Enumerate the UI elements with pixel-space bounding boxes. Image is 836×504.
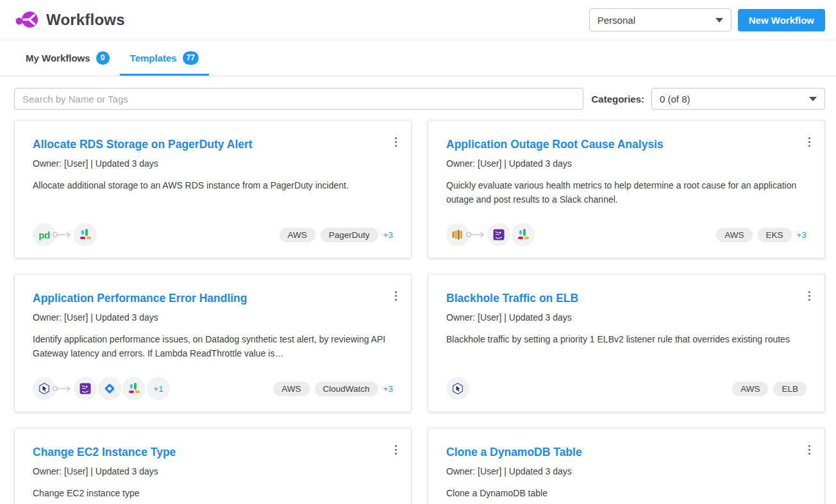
kebab-menu-icon[interactable] — [390, 285, 403, 307]
card-tags: AWSELB — [732, 382, 807, 396]
tag-chip: PagerDuty — [321, 228, 378, 242]
datadog-icon — [74, 377, 97, 400]
tag-chip: EKS — [758, 228, 792, 242]
tag-chip: AWS — [273, 382, 309, 396]
workflow-meta: Owner: [User] | Updated 3 days — [33, 466, 393, 476]
workflow-description: Allocate additional storage to an AWS RD… — [33, 178, 393, 192]
card-integrations — [446, 377, 469, 400]
card-tags: AWSCloudWatch+3 — [273, 382, 393, 396]
topbar-actions: Personal New Workflow — [589, 8, 825, 31]
new-workflow-button[interactable]: New Workflow — [738, 9, 825, 31]
workflow-description: Clone a DynamoDB table — [446, 486, 807, 500]
workflow-title-link[interactable]: Allocate RDS Storage on PagerDuty Alert — [33, 138, 393, 151]
workflow-meta: Owner: [User] | Updated 3 days — [33, 158, 393, 169]
datadog-icon — [487, 223, 510, 246]
workflow-title-link[interactable]: Change EC2 Instance Type — [33, 446, 393, 459]
flow-arrow-icon — [52, 230, 72, 239]
tag-chip: AWS — [732, 382, 768, 396]
workflow-card[interactable]: Change EC2 Instance Type Owner: [User] |… — [14, 428, 412, 504]
tab-count-badge: 0 — [96, 51, 110, 65]
slack-icon — [122, 377, 146, 400]
categories-group: Categories: 0 (of 8) — [591, 88, 825, 110]
tag-chip: CloudWatch — [315, 382, 378, 396]
search-input[interactable] — [14, 88, 583, 110]
card-tags: AWSEKS+3 — [716, 228, 807, 242]
more-tags-link[interactable]: +3 — [383, 384, 393, 394]
kebab-menu-icon[interactable] — [803, 439, 816, 460]
brand: Workflows — [14, 10, 125, 30]
card-footer: AWSEKS+3 — [446, 223, 807, 246]
top-bar: Workflows Personal New Workflow — [0, 0, 836, 40]
brand-logo-icon — [14, 10, 40, 30]
tag-chip: ELB — [773, 382, 807, 396]
chevron-down-icon — [809, 97, 817, 101]
more-tags-link[interactable]: +3 — [797, 230, 807, 240]
tag-chip: AWS — [280, 228, 315, 242]
kebab-menu-icon[interactable] — [803, 131, 816, 153]
workflow-description: Quickly evaluate various health metrics … — [446, 178, 807, 206]
workflow-card[interactable]: Blackhole Traffic on ELB Owner: [User] |… — [428, 274, 825, 412]
workflow-title-link[interactable]: Application Outage Root Cause Analysis — [446, 138, 807, 151]
pagerduty-logo-text: pd — [38, 230, 49, 240]
workflow-title-link[interactable]: Clone a DynamoDB Table — [446, 446, 807, 459]
workflow-card[interactable]: Allocate RDS Storage on PagerDuty Alert … — [14, 120, 412, 258]
tab-templates[interactable]: Templates 77 — [120, 40, 209, 76]
tab-label: My Workflows — [26, 53, 90, 63]
workspace-selector[interactable]: Personal — [589, 8, 732, 31]
more-icons-badge[interactable]: +1 — [147, 377, 170, 400]
workflow-description: Blackhole traffic by setting a priority … — [446, 332, 807, 346]
workflow-card[interactable]: Clone a DynamoDB Table Owner: [User] | U… — [428, 428, 825, 504]
card-integrations — [446, 223, 535, 246]
kebab-menu-icon[interactable] — [390, 439, 403, 460]
workflow-card[interactable]: Application Outage Root Cause Analysis O… — [428, 120, 825, 258]
flow-arrow-icon — [52, 384, 72, 393]
chevron-down-icon — [715, 18, 723, 22]
workflow-meta: Owner: [User] | Updated 3 days — [446, 158, 807, 169]
page-title: Workflows — [46, 11, 125, 29]
cards-grid: Allocate RDS Storage on PagerDuty Alert … — [0, 110, 836, 504]
filter-row: Categories: 0 (of 8) — [0, 76, 836, 110]
categories-dropdown[interactable]: 0 (of 8) — [651, 88, 825, 110]
tab-count-badge: 77 — [183, 51, 199, 65]
card-footer: AWSELB — [446, 377, 807, 400]
workflow-title-link[interactable]: Application Performance Error Handling — [33, 292, 393, 305]
categories-selected-value: 0 (of 8) — [660, 94, 690, 105]
workflow-meta: Owner: [User] | Updated 3 days — [446, 466, 807, 476]
categories-label: Categories: — [591, 94, 644, 105]
kebab-menu-icon[interactable] — [803, 285, 816, 307]
hexagon-cursor-icon — [446, 377, 469, 400]
workflow-description: Change EC2 instance type — [33, 486, 393, 500]
tab-my-workflows[interactable]: My Workflows 0 — [15, 40, 120, 76]
workflow-card[interactable]: Application Performance Error Handling O… — [14, 274, 412, 412]
tab-bar: My Workflows 0 Templates 77 — [0, 40, 836, 76]
card-integrations: +1 — [33, 377, 170, 400]
workflow-meta: Owner: [User] | Updated 3 days — [446, 312, 807, 323]
workspace-selected-value: Personal — [598, 15, 635, 26]
card-footer: +1 AWSCloudWatch+3 — [33, 377, 393, 400]
flow-arrow-icon — [465, 230, 486, 239]
workflow-meta: Owner: [User] | Updated 3 days — [33, 312, 393, 323]
tag-chip: AWS — [716, 228, 752, 242]
kebab-menu-icon[interactable] — [390, 131, 403, 153]
jira-icon — [98, 377, 121, 400]
slack-icon — [512, 223, 535, 246]
card-integrations: pd — [33, 223, 97, 246]
card-tags: AWSPagerDuty+3 — [280, 228, 393, 242]
card-footer: pd AWSPagerDuty+3 — [33, 223, 393, 246]
slack-icon — [74, 223, 97, 246]
tab-label: Templates — [130, 53, 177, 63]
more-tags-link[interactable]: +3 — [383, 230, 393, 240]
workflow-description: Identify application performance issues,… — [33, 332, 393, 360]
workflow-title-link[interactable]: Blackhole Traffic on ELB — [446, 292, 807, 305]
